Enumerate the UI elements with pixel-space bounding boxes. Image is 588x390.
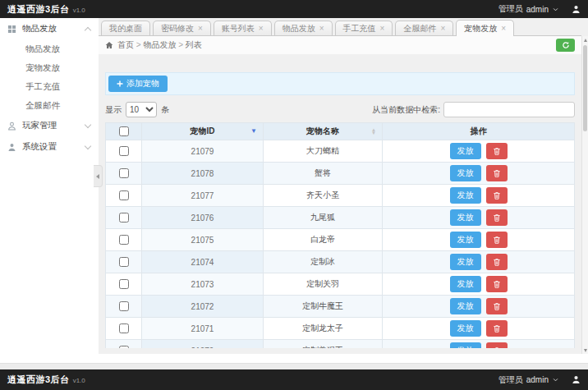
close-icon[interactable]: × [198, 25, 203, 33]
trash-icon [493, 169, 501, 178]
row-actions-cell: 发放 [383, 229, 575, 251]
user-menu[interactable]: 管理员 admin [498, 3, 581, 15]
sidebar-group-item-issue-group[interactable]: 物品发放 [0, 18, 99, 39]
row-select-cell [106, 163, 142, 185]
delete-button[interactable] [486, 209, 508, 226]
issue-button[interactable]: 发放 [450, 165, 481, 181]
search-input[interactable] [443, 102, 575, 117]
issue-button[interactable]: 发放 [450, 298, 481, 314]
close-icon[interactable]: × [259, 25, 264, 33]
sidebar-group-player-management[interactable]: 玩家管理 [0, 115, 99, 136]
delete-button[interactable] [486, 320, 508, 337]
row-checkbox[interactable] [119, 213, 129, 223]
tab-my-desktop[interactable]: 我的桌面 [101, 21, 150, 35]
row-actions-cell: 发放 [383, 140, 575, 163]
pet-name-cell: 大刀螂精 [264, 140, 383, 163]
add-pet-button[interactable]: 添加宠物 [108, 76, 168, 92]
issue-button[interactable]: 发放 [450, 232, 481, 248]
row-checkbox[interactable] [119, 168, 129, 178]
row-checkbox[interactable] [119, 323, 129, 333]
select-all-checkbox[interactable] [119, 126, 129, 136]
column-header[interactable]: 宠物ID▼ [142, 123, 264, 140]
column-label: 宠物名称 [306, 126, 339, 135]
pet-id-cell: 21073 [142, 273, 264, 296]
settings-user-icon [7, 143, 16, 152]
unit-label: 条 [161, 104, 169, 116]
scrollbar-up-arrow[interactable] [582, 36, 588, 44]
tab-server-mail[interactable]: 全服邮件× [395, 21, 453, 35]
close-icon[interactable]: × [380, 25, 385, 33]
breadcrumb-item[interactable]: 物品发放 [143, 40, 176, 49]
row-actions-cell: 发放 [383, 318, 575, 340]
grid-icon [7, 25, 16, 34]
row-actions-cell: 发放 [383, 273, 575, 296]
row-checkbox[interactable] [119, 279, 129, 289]
row-checkbox[interactable] [119, 190, 129, 200]
scrollbar-thumb[interactable] [583, 45, 587, 131]
sidebar-group-system-settings[interactable]: 系统设置 [0, 136, 99, 158]
trash-icon [493, 191, 501, 200]
sidebar-item-pet-issue[interactable]: 宠物发放 [0, 58, 99, 77]
issue-button[interactable]: 发放 [450, 143, 481, 159]
delete-button[interactable] [486, 276, 508, 292]
delete-button[interactable] [486, 254, 508, 270]
tab-label: 物品发放 [283, 23, 315, 34]
trash-icon [493, 346, 501, 348]
tab-item-issue[interactable]: 物品发放× [274, 21, 333, 35]
issue-button[interactable]: 发放 [450, 209, 481, 226]
row-actions-cell: 发放 [383, 296, 575, 318]
tab-manual-recharge[interactable]: 手工充值× [335, 21, 393, 35]
home-icon [105, 41, 113, 49]
table-row: 21074定制冰发放 [106, 251, 575, 273]
row-checkbox[interactable] [119, 257, 129, 267]
footer-user-menu[interactable]: 管理员 admin [498, 374, 581, 386]
vertical-scrollbar[interactable] [581, 36, 588, 354]
row-checkbox[interactable] [119, 146, 129, 156]
user-icon[interactable] [572, 375, 581, 384]
row-select-cell [106, 185, 142, 207]
delete-button[interactable] [486, 342, 508, 348]
tab-account-list[interactable]: 账号列表× [214, 21, 272, 35]
tab-label: 我的桌面 [109, 23, 142, 34]
breadcrumb-item[interactable]: 首页 [117, 40, 134, 49]
breadcrumb-separator: > [134, 40, 143, 49]
sidebar-item-manual-recharge[interactable]: 手工充值 [0, 77, 99, 96]
tab-label: 手工充值 [343, 23, 376, 34]
sidebar-item-server-mail[interactable]: 全服邮件 [0, 96, 99, 115]
issue-button[interactable]: 发放 [450, 276, 481, 292]
sidebar-collapse-handle[interactable] [94, 165, 103, 187]
table-row: 21077齐天小圣发放 [106, 185, 575, 207]
tab-pet-issue[interactable]: 宠物发放× [456, 20, 514, 36]
pet-id-cell: 21076 [142, 207, 264, 229]
trash-icon [493, 213, 501, 223]
tab-password-change[interactable]: 密码修改× [153, 21, 211, 35]
sidebar-item-item-issue[interactable]: 物品发放 [0, 39, 99, 58]
page-size-select[interactable]: 10 [126, 102, 157, 117]
sidebar-menu: 物品发放物品发放宠物发放手工充值全服邮件玩家管理系统设置 [0, 18, 99, 158]
close-icon[interactable]: × [501, 25, 506, 33]
close-icon[interactable]: × [319, 25, 324, 33]
refresh-button[interactable] [556, 39, 575, 52]
issue-button[interactable]: 发放 [450, 187, 481, 204]
close-icon[interactable]: × [440, 25, 445, 33]
sort-icon: ▲▼ [371, 128, 376, 135]
row-checkbox[interactable] [119, 301, 129, 311]
issue-button[interactable]: 发放 [450, 342, 481, 348]
delete-button[interactable] [486, 232, 508, 248]
delete-button[interactable] [486, 165, 508, 181]
scrollbar-down-arrow[interactable] [582, 346, 588, 354]
delete-button[interactable] [486, 143, 508, 159]
column-header[interactable]: 宠物名称▲▼ [264, 123, 383, 140]
row-checkbox[interactable] [119, 346, 129, 348]
issue-button[interactable]: 发放 [450, 320, 481, 337]
row-checkbox[interactable] [119, 235, 129, 245]
user-icon[interactable] [572, 5, 581, 14]
breadcrumb-item: 列表 [186, 40, 202, 49]
delete-button[interactable] [486, 187, 508, 204]
add-pet-label: 添加宠物 [126, 78, 159, 89]
delete-button[interactable] [486, 298, 508, 314]
chevron-down-icon [85, 143, 91, 149]
user-name: admin [526, 5, 549, 14]
issue-button[interactable]: 发放 [450, 254, 481, 270]
row-select-cell [106, 340, 142, 349]
